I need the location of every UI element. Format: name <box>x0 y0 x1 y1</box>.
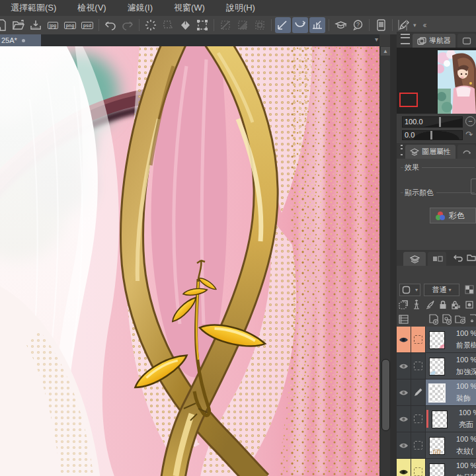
reference-layer-icon[interactable] <box>410 299 423 311</box>
tab-list-chevron-icon[interactable]: ▾ <box>375 36 378 43</box>
clip-toggle[interactable] <box>411 353 426 379</box>
snap-curve-icon[interactable] <box>292 17 308 33</box>
new-document-icon[interactable] <box>0 17 9 33</box>
tab-animation-cel[interactable] <box>457 145 476 159</box>
zoom-out-icon[interactable]: − <box>465 116 475 126</box>
visibility-toggle[interactable] <box>397 327 411 352</box>
fill-icon[interactable] <box>177 17 193 33</box>
rotation-value[interactable]: 0.0 <box>405 131 415 139</box>
clip-toggle[interactable] <box>411 432 426 458</box>
rotation-slider[interactable]: 0.0 <box>402 130 463 140</box>
layer-row[interactable]: 100 % 加強深 <box>397 353 476 379</box>
layer-thumbnail[interactable] <box>432 411 448 428</box>
return-arrow-icon[interactable] <box>452 252 465 264</box>
panel-menu-icon[interactable] <box>401 34 410 44</box>
export-png-icon[interactable]: png <box>62 17 78 33</box>
pen-dropdown-chevron-icon[interactable]: ▾ <box>413 22 416 28</box>
tab-layer-property[interactable]: 圖層屬性 <box>405 145 456 159</box>
canvas-tab[interactable]: 25A* <box>0 34 41 46</box>
tab-subview[interactable] <box>457 34 476 48</box>
clear-selection-icon[interactable] <box>143 17 159 33</box>
visibility-toggle[interactable] <box>397 432 411 458</box>
layer-name[interactable]: 前景樹 <box>456 340 476 350</box>
navigator-view-rect[interactable] <box>399 93 418 107</box>
rotate-reset-icon[interactable]: ↷ <box>465 130 473 139</box>
dock-grip-handle[interactable] <box>398 20 407 30</box>
crop-frame-icon[interactable] <box>194 17 210 33</box>
layer-name[interactable]: 裝飾 <box>456 393 471 403</box>
zoom-value[interactable]: 100.0 <box>405 118 423 126</box>
canvas-vertical-scrollbar[interactable]: ▲ <box>379 46 390 476</box>
undo-icon[interactable] <box>102 17 118 33</box>
rotation-slider-handle[interactable] <box>430 130 432 140</box>
companion-device-icon[interactable] <box>373 17 389 33</box>
menu-window[interactable]: 視窗(W) <box>163 0 216 16</box>
enable-mask-icon[interactable] <box>463 299 476 311</box>
layer-thumbnail[interactable] <box>429 437 445 455</box>
scrollbar-thumb[interactable] <box>381 359 390 431</box>
layer-thumbnail[interactable] <box>429 331 445 349</box>
tab-navigator[interactable]: 導航器 <box>413 34 456 48</box>
snap-angle-icon[interactable] <box>309 17 325 33</box>
clip-at-layer-below-icon[interactable] <box>397 299 410 311</box>
panel-menu-icon[interactable] <box>401 145 403 155</box>
collapse-toolbar-icon[interactable]: ‹‹ <box>423 20 426 30</box>
layer-row[interactable]: 100 % 衣紋( <box>397 432 476 459</box>
new-vector-layer-icon[interactable] <box>440 313 454 325</box>
reselect-icon[interactable] <box>160 17 176 33</box>
layer-thumbnail[interactable] <box>429 358 445 376</box>
save-icon[interactable] <box>28 17 44 33</box>
menu-view[interactable]: 檢視(V) <box>67 0 116 16</box>
new-folder-icon[interactable] <box>454 313 467 325</box>
zoom-slider-handle[interactable] <box>439 116 441 128</box>
transfer-layer-icon[interactable] <box>467 313 476 325</box>
palette-list-icon[interactable] <box>397 313 410 325</box>
menu-select[interactable]: 選擇範圍(S) <box>0 0 67 16</box>
help-icon[interactable]: ? <box>350 17 366 33</box>
tab-layers[interactable] <box>403 252 426 266</box>
menu-filter[interactable]: 濾鏡(I) <box>117 0 163 16</box>
lock-transparent-pixels-icon[interactable] <box>450 299 463 311</box>
layer-row[interactable]: 100 % 亮面 <box>397 406 476 432</box>
layer-name[interactable]: 衣紋( <box>456 446 473 456</box>
blend-mode-combo[interactable]: 普通 ▾ <box>424 284 459 296</box>
layer-thumbnail[interactable] <box>428 383 446 403</box>
new-raster-layer-icon[interactable] <box>427 313 440 325</box>
editing-pencil[interactable] <box>411 379 426 405</box>
menu-help[interactable]: 說明(H) <box>216 0 266 16</box>
tutorial-icon[interactable] <box>333 17 348 33</box>
selection-rect-icon[interactable] <box>218 17 233 33</box>
layer-row[interactable]: 100 % 飾品陰 <box>397 459 476 476</box>
draft-layer-icon[interactable] <box>423 299 436 311</box>
layer-name[interactable]: 加強深 <box>456 367 476 377</box>
visibility-toggle[interactable] <box>397 379 411 405</box>
navigator-preview[interactable] <box>397 48 476 114</box>
zoom-slider[interactable]: 100.0 <box>402 116 463 128</box>
snap-ruler-icon[interactable] <box>275 17 291 33</box>
clip-toggle[interactable] <box>411 406 426 432</box>
visibility-toggle[interactable] <box>397 459 411 476</box>
clip-toggle[interactable] <box>411 459 426 476</box>
layer-name[interactable]: 飾品陰 <box>456 473 476 476</box>
tab-close-icon[interactable] <box>22 39 25 42</box>
visibility-toggle[interactable] <box>397 353 411 379</box>
export-jpg-icon[interactable]: jpg <box>45 17 61 33</box>
tab-layer-search[interactable] <box>428 252 446 266</box>
scroll-up-icon[interactable]: ▲ <box>381 47 390 56</box>
redo-icon[interactable] <box>120 17 136 33</box>
display-color-button[interactable]: 彩色 <box>430 208 476 223</box>
selection-shade-icon[interactable] <box>235 17 251 33</box>
selection-box-icon[interactable] <box>252 17 268 33</box>
folder-tool-icon[interactable] <box>465 252 476 264</box>
lock-layer-icon[interactable] <box>436 299 450 311</box>
clip-toggle[interactable] <box>411 327 426 352</box>
layer-row-active[interactable]: 100 % 裝飾 <box>397 379 476 406</box>
visibility-toggle[interactable] <box>397 406 411 432</box>
layer-thumbnail[interactable] <box>429 463 445 476</box>
layer-name[interactable]: 亮面 <box>459 420 473 430</box>
export-psd-icon[interactable]: psd <box>79 17 95 33</box>
layer-row[interactable]: 100 % 前景樹 <box>397 327 476 353</box>
layer-shape-combo[interactable]: ▾ <box>399 284 420 296</box>
open-file-icon[interactable] <box>11 17 26 33</box>
opacity-checker-icon[interactable] <box>463 284 476 296</box>
